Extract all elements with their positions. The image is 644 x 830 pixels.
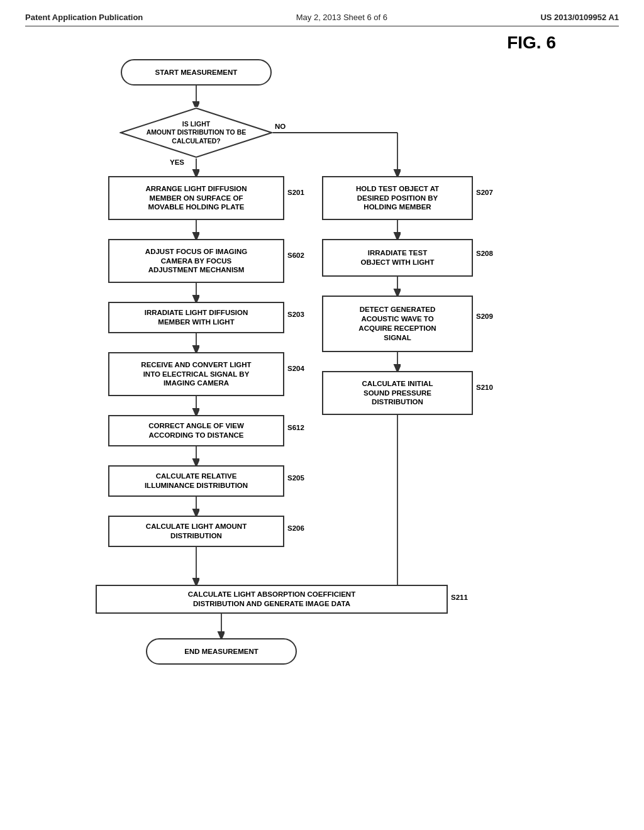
node-s612: CORRECT ANGLE OF VIEW ACCORDING TO DISTA…	[108, 415, 284, 446]
node-s205: CALCULATE RELATIVE ILLUMINANCE DISTRIBUT…	[108, 465, 284, 497]
node-s204: RECEIVE AND CONVERT LIGHT INTO ELECTRICA…	[108, 352, 284, 396]
node-s203: IRRADIATE LIGHT DIFFUSION MEMBER WITH LI…	[108, 302, 284, 333]
label-s209: S209	[476, 313, 493, 320]
page-header: Patent Application Publication May 2, 20…	[25, 13, 619, 26]
node-start: START MEASUREMENT	[121, 59, 272, 86]
node-s210: CALCULATE INITIAL SOUND PRESSURE DISTRIB…	[322, 371, 473, 415]
header-center: May 2, 2013 Sheet 6 of 6	[296, 13, 387, 22]
label-no: NO	[275, 123, 286, 130]
node-diamond: IS LIGHT AMOUNT DISTRIBUTION TO BE CALCU…	[119, 107, 273, 158]
flowchart: START MEASUREMENT IS LIGHT AMOUNT DISTRI…	[45, 33, 599, 762]
node-s211: CALCULATE LIGHT ABSORPTION COEFFICIENT D…	[96, 585, 448, 614]
label-s612: S612	[287, 424, 304, 431]
label-s204: S204	[287, 365, 304, 372]
label-s205: S205	[287, 474, 304, 482]
label-s207: S207	[476, 189, 493, 196]
node-s207: HOLD TEST OBJECT AT DESIRED POSITION BY …	[322, 176, 473, 220]
header-right: US 2013/0109952 A1	[540, 13, 619, 22]
header-left: Patent Application Publication	[25, 13, 143, 22]
page: Patent Application Publication May 2, 20…	[0, 0, 644, 830]
label-s211: S211	[451, 594, 468, 601]
label-s206: S206	[287, 524, 304, 532]
node-s206: CALCULATE LIGHT AMOUNT DISTRIBUTION	[108, 516, 284, 547]
label-s602: S602	[287, 252, 304, 259]
node-s201: ARRANGE LIGHT DIFFUSION MEMBER ON SURFAC…	[108, 176, 284, 220]
label-yes: YES	[170, 158, 184, 166]
node-s208: IRRADIATE TEST OBJECT WITH LIGHT	[322, 239, 473, 277]
node-end: END MEASUREMENT	[146, 638, 297, 665]
node-s209: DETECT GENERATED ACOUSTIC WAVE TO ACQUIR…	[322, 296, 473, 352]
label-s208: S208	[476, 250, 493, 257]
diagram-area: FIG. 6	[25, 33, 619, 762]
label-s201: S201	[287, 189, 304, 196]
node-s602: ADJUST FOCUS OF IMAGING CAMERA BY FOCUS …	[108, 239, 284, 283]
label-s203: S203	[287, 311, 304, 318]
label-s210: S210	[476, 384, 493, 391]
